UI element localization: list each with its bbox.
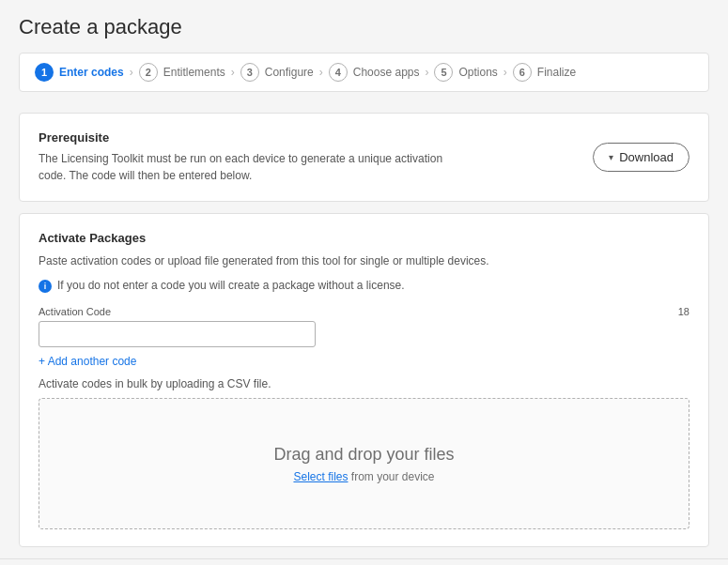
step-circle-1: 1: [35, 63, 54, 82]
download-button[interactable]: ▾ Download: [593, 143, 689, 172]
step-1[interactable]: 1 Enter codes: [35, 63, 124, 82]
footer-bar: Cancel Previous Next: [0, 558, 728, 565]
info-text: If you do not enter a code you will crea…: [57, 279, 405, 292]
step-arrow-3: ›: [319, 66, 323, 79]
step-arrow-5: ›: [503, 66, 507, 79]
prerequisite-card: Prerequisite The Licensing Toolkit must …: [19, 113, 709, 202]
step-label-2: Entitlements: [163, 66, 225, 79]
step-circle-2: 2: [139, 63, 158, 82]
page-header: Create a package 1 Enter codes › 2 Entit…: [0, 0, 728, 101]
stepper: 1 Enter codes › 2 Entitlements › 3 Confi…: [19, 53, 709, 92]
drop-zone-title: Drag and drop your files: [273, 445, 454, 465]
prerequisite-text: Prerequisite The Licensing Toolkit must …: [39, 130, 452, 184]
info-icon: i: [39, 280, 52, 293]
drop-zone-sub: Select files from your device: [293, 470, 434, 483]
bulk-label: Activate codes in bulk by uploading a CS…: [39, 377, 689, 390]
activate-heading: Activate Packages: [39, 231, 689, 245]
step-2[interactable]: 2 Entitlements: [139, 63, 225, 82]
bulk-section: Activate codes in bulk by uploading a CS…: [39, 377, 689, 529]
drop-zone[interactable]: Drag and drop your files Select files fr…: [39, 398, 689, 529]
step-3[interactable]: 3 Configure: [240, 63, 314, 82]
activate-section: Activate Packages Paste activation codes…: [39, 231, 689, 529]
step-arrow-4: ›: [425, 66, 428, 79]
step-circle-3: 3: [240, 63, 259, 82]
step-label-1: Enter codes: [59, 66, 124, 79]
step-label-3: Configure: [265, 66, 314, 79]
step-circle-5: 5: [434, 63, 453, 82]
add-another-code-link[interactable]: + Add another code: [39, 355, 136, 368]
activation-code-label: Activation Code: [39, 306, 111, 317]
step-4[interactable]: 4 Choose apps: [329, 63, 420, 82]
activate-card: Activate Packages Paste activation codes…: [19, 213, 709, 547]
page-title: Create a package: [19, 15, 709, 39]
info-row: i If you do not enter a code you will cr…: [39, 279, 689, 293]
step-label-5: Options: [458, 66, 497, 79]
activation-code-field-group: Activation Code 18: [39, 306, 689, 347]
download-label: Download: [619, 150, 674, 164]
step-circle-6: 6: [513, 63, 532, 82]
activate-description: Paste activation codes or upload file ge…: [39, 252, 689, 269]
step-circle-4: 4: [329, 63, 348, 82]
prerequisite-body: The Licensing Toolkit must be run on eac…: [39, 150, 452, 184]
step-6[interactable]: 6 Finalize: [513, 63, 576, 82]
chevron-down-icon: ▾: [609, 152, 613, 162]
activation-code-input[interactable]: [39, 321, 316, 347]
page-container: Create a package 1 Enter codes › 2 Entit…: [0, 0, 728, 565]
drop-zone-suffix: from your device: [348, 470, 434, 483]
step-5[interactable]: 5 Options: [434, 63, 497, 82]
select-files-link[interactable]: Select files: [293, 470, 348, 483]
step-label-4: Choose apps: [353, 66, 420, 79]
step-arrow-1: ›: [130, 66, 133, 79]
step-arrow-2: ›: [231, 66, 235, 79]
prerequisite-heading: Prerequisite: [39, 130, 452, 145]
step-label-6: Finalize: [537, 66, 576, 79]
field-row: Activation Code 18: [39, 306, 689, 317]
activation-code-count: 18: [678, 306, 689, 317]
main-content: Prerequisite The Licensing Toolkit must …: [0, 101, 728, 558]
